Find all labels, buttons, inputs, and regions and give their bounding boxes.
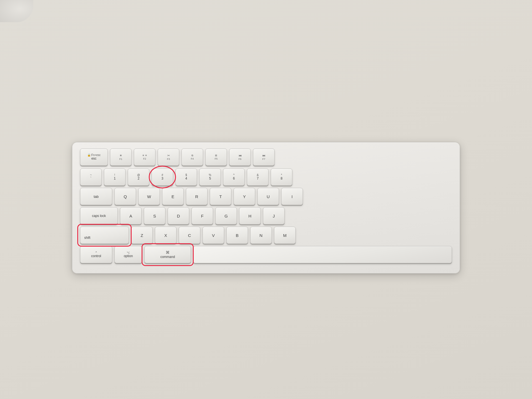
- key-t[interactable]: T: [210, 188, 231, 205]
- key-space[interactable]: [193, 246, 452, 263]
- key-a[interactable]: A: [120, 207, 142, 224]
- f6-label: F6: [239, 158, 242, 160]
- f7-label: F7: [262, 158, 265, 160]
- key-f3[interactable]: ✂ F3: [158, 149, 179, 166]
- key-n[interactable]: N: [250, 227, 272, 244]
- key-y[interactable]: Y: [234, 188, 255, 205]
- f4-icon: ⧉: [191, 154, 193, 157]
- mouse-hint: [0, 0, 33, 22]
- esc-label: esc: [91, 157, 97, 160]
- key-z[interactable]: Z: [131, 227, 153, 244]
- key-shift-wrapper: shift: [80, 227, 129, 244]
- key-esc[interactable]: 🔒:Fn+esc esc: [80, 149, 108, 166]
- key-j[interactable]: J: [263, 207, 285, 224]
- key-control[interactable]: ^ control: [80, 246, 112, 263]
- keyboard: 🔒:Fn+esc esc ☀ F1 ☀ ☀ F2 ✂ F3 ⧉ F4: [72, 142, 460, 273]
- key-8[interactable]: * 8: [271, 168, 292, 186]
- keyboard-wrapper: 🔒:Fn+esc esc ☀ F1 ☀ ☀ F2 ✂ F3 ⧉ F4: [72, 142, 460, 273]
- esc-sublabel: 🔒:Fn+esc: [87, 154, 101, 157]
- key-v[interactable]: V: [203, 227, 224, 244]
- number-row: ~ ` ! 1 @ 2 # 3: [80, 168, 452, 186]
- key-h[interactable]: H: [239, 207, 261, 224]
- desk-surface: 🔒:Fn+esc esc ☀ F1 ☀ ☀ F2 ✂ F3 ⧉ F4: [0, 0, 532, 399]
- key-tab[interactable]: tab: [80, 188, 112, 205]
- key-f6[interactable]: ⏮ F6: [229, 149, 251, 166]
- qwerty-row: tab Q W E R T Y: [80, 188, 452, 205]
- key-f1[interactable]: ☀ F1: [110, 149, 132, 166]
- key-5[interactable]: % 5: [199, 168, 221, 186]
- f2-label: F2: [143, 157, 146, 160]
- key-c[interactable]: C: [179, 227, 200, 244]
- f5-label: F5: [215, 157, 218, 160]
- key-f4[interactable]: ⧉ F4: [181, 149, 203, 166]
- key-command[interactable]: ⌘ command: [144, 246, 191, 263]
- key-6[interactable]: ^ 6: [223, 168, 245, 186]
- f7-icon: ⏭: [262, 154, 265, 157]
- f3-label: F3: [167, 158, 170, 160]
- asdf-row: caps lock A S D F G H: [80, 207, 452, 224]
- key-i[interactable]: I: [281, 188, 303, 205]
- f1-label: F1: [119, 158, 122, 160]
- f3-icon: ✂: [167, 154, 170, 157]
- key-w[interactable]: W: [138, 188, 160, 205]
- key-x[interactable]: X: [155, 227, 177, 244]
- key-option[interactable]: ⌥ option: [114, 246, 142, 263]
- key-4[interactable]: $ 4: [175, 168, 197, 186]
- f5-icon: ⊞: [215, 154, 217, 157]
- fn-row: 🔒:Fn+esc esc ☀ F1 ☀ ☀ F2 ✂ F3 ⧉ F4: [80, 149, 452, 166]
- key-caps-lock[interactable]: caps lock: [80, 207, 118, 224]
- key-d[interactable]: D: [168, 207, 189, 224]
- key-q[interactable]: Q: [114, 188, 136, 205]
- key-3-wrapper: # 3: [152, 168, 173, 186]
- key-e[interactable]: E: [162, 188, 184, 205]
- key-tilde[interactable]: ~ `: [80, 168, 102, 186]
- key-m[interactable]: M: [274, 227, 296, 244]
- f6-icon: ⏮: [239, 154, 242, 157]
- key-g[interactable]: G: [215, 207, 237, 224]
- key-1[interactable]: ! 1: [104, 168, 126, 186]
- key-f2[interactable]: ☀ ☀ F2: [134, 149, 155, 166]
- f2-icon: ☀ ☀: [142, 154, 147, 157]
- key-u[interactable]: U: [257, 188, 279, 205]
- key-r[interactable]: R: [186, 188, 208, 205]
- key-f5[interactable]: ⊞ F5: [205, 149, 227, 166]
- modifier-row: ^ control ⌥ option ⌘ command: [80, 246, 452, 263]
- zxcv-row: shift Z X C V B: [80, 227, 452, 244]
- key-s[interactable]: S: [144, 207, 165, 224]
- key-command-wrapper: ⌘ command: [144, 246, 191, 263]
- f4-label: F4: [191, 157, 194, 160]
- key-b[interactable]: B: [226, 227, 248, 244]
- f1-icon: ☀: [119, 154, 122, 157]
- key-7[interactable]: & 7: [247, 168, 268, 186]
- key-3[interactable]: # 3: [152, 168, 173, 186]
- key-shift[interactable]: shift: [80, 227, 129, 244]
- key-f[interactable]: F: [191, 207, 213, 224]
- key-2[interactable]: @ 2: [128, 168, 149, 186]
- key-f7[interactable]: ⏭ F7: [253, 149, 275, 166]
